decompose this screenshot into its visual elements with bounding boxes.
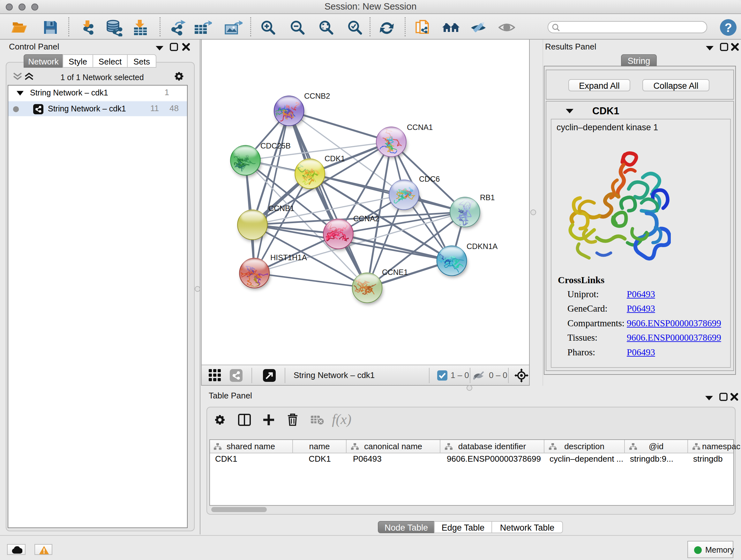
svg-text:?: ? xyxy=(724,21,732,35)
